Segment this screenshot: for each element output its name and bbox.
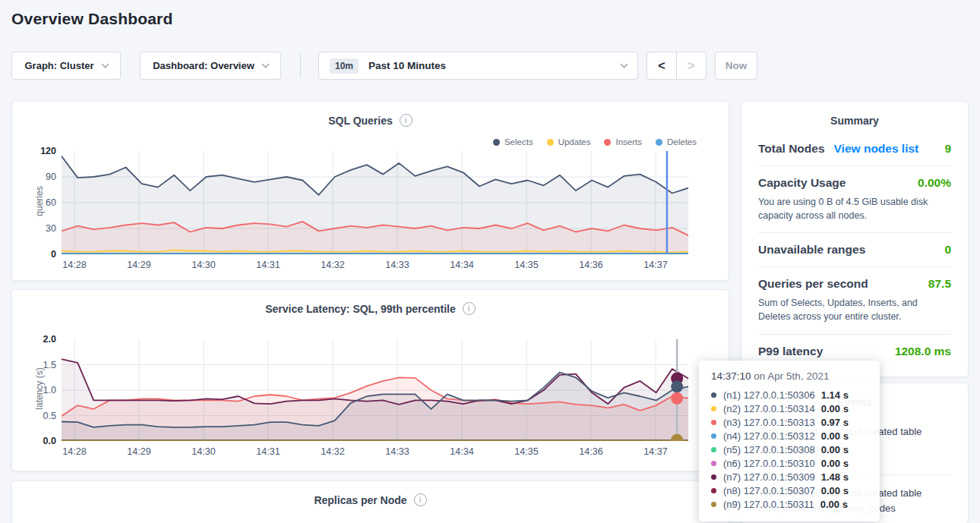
- legend-item-deletes[interactable]: Deletes: [656, 137, 697, 147]
- x-axis-tick: 14:35: [500, 446, 553, 457]
- tooltip-node-row: (n9) 127.0.0.1:503110.00 s: [711, 497, 868, 511]
- legend-item-updates[interactable]: Updates: [547, 137, 591, 147]
- tooltip-node-address: (n6) 127.0.0.1:50310: [723, 458, 815, 469]
- x-axis-tick: 14:30: [177, 446, 230, 457]
- chart-hover-tooltip: 14:37:10 on Apr 5th, 2021 (n1) 127.0.0.1…: [699, 361, 880, 521]
- summary-row-unavailable-ranges: Unavailable ranges0: [758, 233, 951, 267]
- y-axis-tick: 2.0: [23, 334, 56, 345]
- tooltip-node-latency: 0.00 s: [821, 444, 849, 455]
- x-axis-tick: 14:32: [306, 260, 359, 270]
- x-axis-tick: 14:33: [371, 446, 424, 457]
- node-color-dot-icon: [711, 502, 716, 507]
- x-axis-tick: 14:36: [564, 446, 618, 457]
- tooltip-node-latency: 1.48 s: [821, 471, 849, 483]
- tooltip-node-latency: 0.00 s: [821, 430, 849, 442]
- y-axis-tick: 60: [23, 197, 56, 208]
- chart-plot-area[interactable]: [62, 151, 688, 254]
- summary-metric-label: Queries per second: [758, 277, 868, 291]
- x-axis-tick: 14:36: [564, 260, 618, 270]
- x-axis-tick: 14:34: [435, 260, 488, 270]
- node-color-dot-icon: [711, 392, 716, 398]
- node-color-dot-icon: [711, 461, 716, 466]
- summary-metric-value: 0: [944, 243, 951, 257]
- summary-metric-subtext: Sum of Selects, Updates, Inserts, and De…: [758, 296, 951, 323]
- summary-row-total-nodes: Total NodesView nodes list9: [758, 132, 951, 166]
- graph-scope-dropdown[interactable]: Graph: Cluster: [11, 52, 121, 80]
- legend-dot-icon: [604, 139, 611, 146]
- tooltip-node-row: (n8) 127.0.0.1:503070.00 s: [711, 484, 868, 497]
- summary-metric-value: 9: [944, 142, 951, 156]
- legend-item-selects[interactable]: Selects: [493, 137, 533, 147]
- summary-panel: Summary Total NodesView nodes list9Capac…: [741, 101, 969, 377]
- info-icon[interactable]: i: [414, 493, 427, 506]
- y-axis-tick: 1.0: [23, 385, 56, 395]
- dashboard-dropdown[interactable]: Dashboard: Overview: [140, 52, 281, 80]
- tooltip-timestamp: 14:37:10 on Apr 5th, 2021: [711, 370, 868, 382]
- summary-metric-label: Unavailable ranges: [758, 243, 865, 257]
- x-axis-tick: 14:33: [371, 260, 424, 270]
- chart-title-sql-queries: SQL Queries: [328, 115, 393, 127]
- node-color-dot-icon: [711, 420, 716, 425]
- legend-dot-icon: [547, 139, 554, 146]
- tooltip-node-row: (n5) 127.0.0.1:503080.00 s: [711, 443, 868, 456]
- tooltip-node-row: (n7) 127.0.0.1:503091.48 s: [711, 470, 868, 484]
- time-pan-group: < >: [646, 52, 707, 80]
- x-axis-tick: 14:29: [112, 446, 166, 457]
- time-prev-button[interactable]: <: [646, 52, 677, 80]
- graph-scope-label: Graph: Cluster: [24, 60, 93, 71]
- info-icon[interactable]: i: [400, 114, 413, 127]
- summary-metric-label: P99 latency: [758, 345, 823, 358]
- chevron-down-icon: [621, 61, 628, 68]
- x-axis-tick: 14:35: [500, 260, 553, 270]
- time-now-button[interactable]: Now: [715, 52, 757, 80]
- summary-metric-label: Total Nodes: [758, 142, 825, 156]
- time-next-button[interactable]: >: [676, 52, 707, 80]
- tooltip-node-row: (n1) 127.0.0.1:503061.14 s: [711, 388, 868, 402]
- tooltip-node-latency: 0.00 s: [821, 485, 849, 496]
- summary-row-capacity-usage: Capacity Usage0.00%You are using 0 B of …: [758, 166, 951, 233]
- node-color-dot-icon: [711, 406, 716, 411]
- legend-dot-icon: [493, 139, 500, 146]
- y-axis-tick: 1.5: [23, 360, 56, 370]
- x-axis-tick: 14:28: [48, 260, 101, 270]
- tooltip-node-latency: 0.00 s: [821, 458, 849, 469]
- tooltip-node-address: (n7) 127.0.0.1:50309: [723, 471, 815, 483]
- tooltip-node-row: (n2) 127.0.0.1:503140.00 s: [711, 402, 868, 415]
- view-nodes-list-link[interactable]: View nodes list: [834, 142, 919, 156]
- node-color-dot-icon: [711, 433, 716, 439]
- legend-dot-icon: [656, 139, 662, 146]
- time-range-label: Past 10 Minutes: [368, 60, 446, 71]
- tooltip-node-address: (n9) 127.0.0.1:50311: [723, 499, 814, 510]
- tooltip-node-address: (n1) 127.0.0.1:50306: [723, 389, 815, 401]
- time-range-dropdown[interactable]: 10m Past 10 Minutes: [318, 52, 638, 80]
- overview-dashboard-page: Overview Dashboard Graph: Cluster Dashbo…: [0, 0, 980, 523]
- service-latency-chart-card: Service Latency: SQL, 99th percentile i …: [11, 289, 729, 471]
- info-icon[interactable]: i: [463, 302, 476, 315]
- tooltip-node-latency: 1.14 s: [821, 389, 849, 401]
- y-axis-tick: 0.5: [23, 411, 56, 421]
- x-axis-tick: 14:29: [112, 260, 166, 270]
- summary-metric-value: 1208.0 ms: [895, 345, 951, 358]
- tooltip-node-latency: 0.97 s: [821, 417, 849, 428]
- tooltip-node-latency: 0.00 s: [820, 499, 848, 510]
- y-axis-tick: 0: [23, 249, 56, 260]
- sql-queries-chart-card: SQL Queries i SelectsUpdatesInsertsDelet…: [11, 101, 729, 281]
- tooltip-node-row: (n3) 127.0.0.1:503130.97 s: [711, 415, 868, 429]
- chart-legend: SelectsUpdatesInsertsDeletes: [493, 137, 697, 147]
- summary-metric-subtext: You are using 0 B of 4.5 GiB usable disk…: [758, 195, 951, 222]
- summary-metric-value: 0.00%: [918, 176, 951, 190]
- tooltip-node-address: (n8) 127.0.0.1:50307: [723, 485, 815, 496]
- node-color-dot-icon: [711, 488, 716, 493]
- dashboard-label: Dashboard: Overview: [153, 60, 254, 71]
- chart-title-replicas-per-node: Replicas per Node: [314, 494, 406, 506]
- y-axis-tick: 120: [23, 146, 56, 156]
- tooltip-node-latency: 0.00 s: [821, 403, 849, 414]
- x-axis-tick: 14:28: [48, 446, 101, 457]
- chart-plot-area[interactable]: [62, 339, 688, 441]
- legend-item-inserts[interactable]: Inserts: [604, 137, 642, 147]
- x-axis-tick: 14:31: [242, 260, 295, 270]
- chevron-down-icon: [101, 61, 109, 68]
- tooltip-node-row: (n4) 127.0.0.1:503120.00 s: [711, 429, 868, 443]
- x-axis-tick: 14:37: [629, 446, 682, 457]
- y-axis-tick: 30: [23, 223, 56, 234]
